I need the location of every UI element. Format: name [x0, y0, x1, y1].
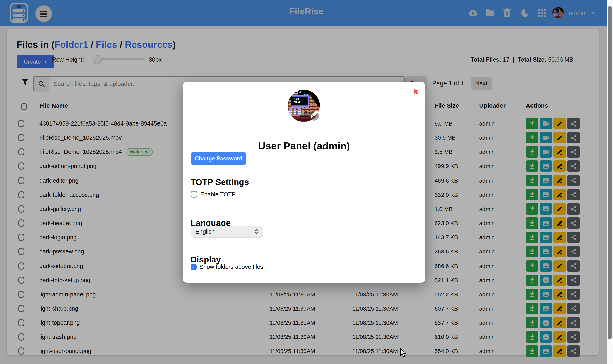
enable-totp-label: Enable TOTP — [200, 191, 236, 197]
close-icon[interactable]: ✖ — [413, 88, 419, 96]
page-scrollbar[interactable] — [607, 0, 613, 364]
display-heading: Display — [191, 255, 221, 264]
change-password-button[interactable]: Change Password — [191, 152, 246, 165]
svg-text:LIFE-1: LIFE-1 — [293, 91, 301, 94]
enable-totp-row: Enable TOTP — [191, 191, 236, 198]
select-chevrons-icon — [255, 228, 259, 235]
svg-text:I AM: I AM — [293, 98, 299, 100]
totp-settings-heading: TOTP Settings — [191, 177, 249, 187]
enable-totp-checkbox[interactable] — [191, 191, 197, 198]
svg-text:ERROR.: ERROR. — [293, 101, 301, 104]
app-stage: FileRise LIFE-10000I AMERROR. admin ▼ Fi… — [0, 0, 613, 364]
show-folders-label: Show folders above files — [199, 264, 263, 270]
modal-title: User Panel (admin) — [183, 140, 425, 152]
show-folders-row: ✓ Show folders above files — [191, 264, 263, 270]
user-panel-modal: ✖ LIFE-10000I AMERROR. User Panel (admin… — [183, 82, 425, 283]
scrollbar-thumb[interactable] — [608, 6, 612, 339]
avatar-edit-pencil-icon[interactable] — [307, 108, 320, 121]
language-select[interactable]: English — [191, 225, 263, 238]
language-selected-value: English — [195, 228, 215, 235]
show-folders-checkbox[interactable]: ✓ — [191, 264, 197, 270]
mouse-cursor — [400, 348, 407, 358]
